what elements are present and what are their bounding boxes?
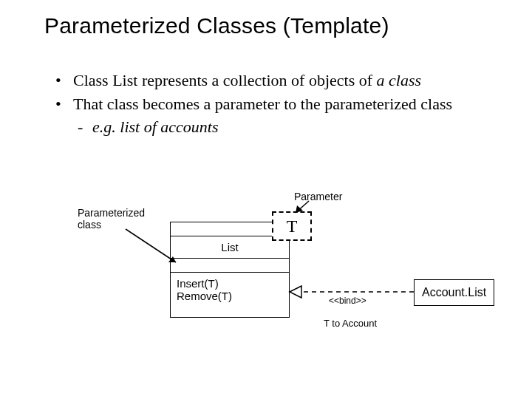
label-param-class-l2: class	[78, 219, 101, 231]
uml-op-remove: Remove(T)	[177, 290, 283, 302]
uml-class-name: List	[171, 236, 289, 259]
binding-text: T to Account	[324, 318, 377, 329]
uml-attr-empty	[171, 259, 289, 273]
bind-stereotype: <<bind>>	[329, 296, 366, 306]
uml-operations: Insert(T) Remove(T)	[171, 273, 289, 317]
svg-line-0	[126, 229, 176, 262]
label-parameter: Parameter	[294, 191, 342, 202]
label-param-class-l1: Parameterized	[78, 207, 145, 219]
uml-op-insert: Insert(T)	[177, 277, 283, 290]
uml-top-empty	[171, 222, 289, 236]
uml-diagram: Parameterized class Parameter List Inser…	[0, 0, 532, 399]
svg-marker-5	[290, 286, 301, 298]
bound-class-box: Account.List	[414, 279, 494, 306]
diagram-svg	[0, 0, 532, 399]
template-parameter-t: T	[287, 216, 298, 236]
template-parameter-box: T	[272, 211, 312, 241]
label-param-class: Parameterized class	[78, 207, 145, 231]
